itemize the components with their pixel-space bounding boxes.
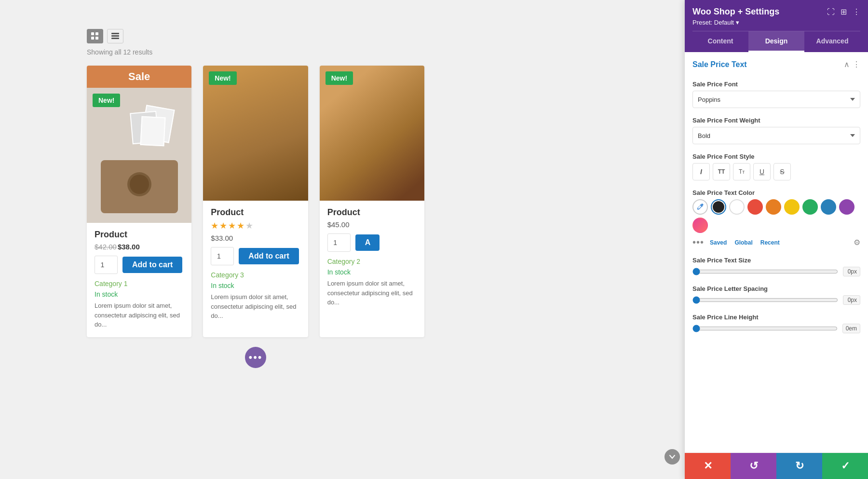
panel-title-row: Woo Shop + Settings ⛶ ⊞ ⋮ [692,7,860,17]
color-tab-saved[interactable]: Saved [708,238,729,247]
cancel-button[interactable]: ✕ [685,453,731,479]
color-settings-icon[interactable]: ⚙ [854,238,860,247]
section-more-button[interactable]: ⋮ [853,60,860,69]
product-card-3: New! Product $45.00 A Category 2 In stoc… [320,66,424,337]
save-button[interactable]: ✓ [822,453,868,479]
product-category-1[interactable]: Category 1 [95,280,184,287]
undo-icon: ↺ [749,460,758,472]
product-name-2: Product [211,207,300,218]
badge-new-2: New! [209,71,236,85]
expand-icon[interactable]: ⛶ [827,8,835,16]
font-style-italic-button[interactable]: I [692,163,710,180]
eyedropper-swatch[interactable] [692,199,708,215]
star-5: ★ [245,220,253,231]
product-price-3: $45.00 [327,220,417,229]
svg-rect-2 [91,37,94,40]
section-header-icons: ∧ ⋮ [844,60,860,69]
more-options-icon[interactable]: ⋮ [853,7,860,16]
star-1: ★ [211,220,218,231]
panel-footer: ✕ ↺ ↻ ✓ [685,452,868,479]
cancel-icon: ✕ [704,460,712,472]
grid-icon[interactable]: ⊞ [841,7,847,16]
product-desc-1: Lorem ipsum dolor sit amet, consectetur … [95,301,184,329]
sale-price-letter-spacing-label: Sale Price Letter Spacing [692,285,860,292]
font-style-strikethrough-button[interactable]: S [773,163,791,180]
grid-view-button[interactable] [87,29,103,43]
color-tab-global[interactable]: Global [732,238,754,247]
panel-body[interactable]: Sale Price Text ∧ ⋮ Sale Price Font Popp… [685,52,868,452]
font-style-underline-button[interactable]: U [753,163,771,180]
color-swatch-yellow[interactable] [784,199,800,215]
add-to-cart-button-2[interactable]: Add to cart [239,248,298,264]
section-collapse-button[interactable]: ∧ [844,60,850,69]
color-swatches [692,199,860,233]
svg-rect-0 [91,32,94,35]
list-view-button[interactable] [107,29,123,43]
product-image-2: New! [203,66,308,201]
font-style-uppercase-button[interactable]: TT [713,163,730,180]
product-info-3: Product $45.00 A Category 2 In stock Lor… [320,201,424,315]
color-swatch-blue[interactable] [821,199,836,215]
color-swatch-black[interactable] [711,199,726,215]
sale-price-text-color-label: Sale Price Text Color [692,189,860,196]
section-title: Sale Price Text [692,60,747,69]
product-stock-2: In stock [211,282,300,289]
svg-rect-5 [111,35,119,37]
panel-preset[interactable]: Preset: Default ▾ [692,19,860,26]
sale-price-font-weight-group: Sale Price Font Weight Bold [692,117,860,144]
product-desc-3: Lorem ipsum dolor sit amet, consectetur … [327,279,417,307]
product-image-1: New! [87,88,191,223]
product-category-3[interactable]: Category 2 [327,258,417,265]
product-stock-3: In stock [327,268,417,276]
sale-price-font-select[interactable]: Poppins [692,91,860,108]
sale-price-font-label: Sale Price Font [692,81,860,88]
shop-main: Showing all 12 results Sale New! Product [0,0,511,387]
qty-input-3[interactable] [327,233,351,252]
product-category-2[interactable]: Category 3 [211,271,300,279]
sale-price-letter-spacing-slider[interactable] [692,296,838,304]
sale-price-line-height-group: Sale Price Line Height 0em [692,314,860,333]
qty-input-1[interactable] [95,256,118,274]
sale-price-font-weight-select[interactable]: Bold [692,127,860,144]
add-to-cart-button-1[interactable]: Add to cart [122,257,182,273]
results-count: Showing all 12 results [87,48,424,56]
font-style-capitalize-button[interactable]: Tт [733,163,750,180]
color-swatch-green[interactable] [802,199,818,215]
star-2: ★ [219,220,227,231]
pagination-dots-button[interactable]: ••• [245,347,266,368]
sale-price-text-size-slider[interactable] [692,268,838,275]
undo-button[interactable]: ↺ [731,453,776,479]
products-grid: Sale New! Product $42.00$38.00 [87,66,424,337]
pagination: ••• [87,347,424,368]
product-price-2: $33.00 [211,234,300,242]
panel-header-icons: ⛶ ⊞ ⋮ [827,7,860,16]
preset-arrow: ▾ [736,19,739,26]
color-swatch-red[interactable] [747,199,763,215]
add-to-cart-row-1: Add to cart [95,256,184,274]
redo-button[interactable]: ↻ [776,453,822,479]
sale-price-line-height-slider[interactable] [692,325,838,332]
regular-price-3: $45.00 [327,220,350,229]
color-swatch-orange[interactable] [766,199,781,215]
color-tab-recent[interactable]: Recent [759,238,782,247]
color-swatch-pink[interactable] [692,218,708,233]
save-icon: ✓ [841,460,850,472]
qty-input-2[interactable] [211,247,234,265]
scroll-down-button[interactable] [665,449,680,465]
tab-content[interactable]: Content [692,31,748,52]
tab-advanced[interactable]: Advanced [804,31,860,52]
sale-price-letter-spacing-group: Sale Price Letter Spacing 0px [692,285,860,305]
color-swatch-white[interactable] [729,199,745,215]
product-card-2: New! Product ★ ★ ★ ★ ★ $33.00 Add to car… [203,66,308,337]
add-to-cart-button-3[interactable]: A [355,234,380,251]
product-info-1: Product $42.00$38.00 Add to cart Categor… [87,223,191,337]
color-tab-dots: ••• [692,237,704,248]
font-style-buttons: I TT Tт U S [692,163,860,180]
color-swatch-purple[interactable] [839,199,854,215]
sale-price-letter-spacing-slider-row: 0px [692,295,860,305]
section-header: Sale Price Text ∧ ⋮ [692,60,860,73]
svg-rect-6 [111,38,119,39]
sale-price-text-size-slider-row: 0px [692,267,860,276]
tab-design[interactable]: Design [748,31,804,52]
badge-new-1: New! [93,94,120,107]
